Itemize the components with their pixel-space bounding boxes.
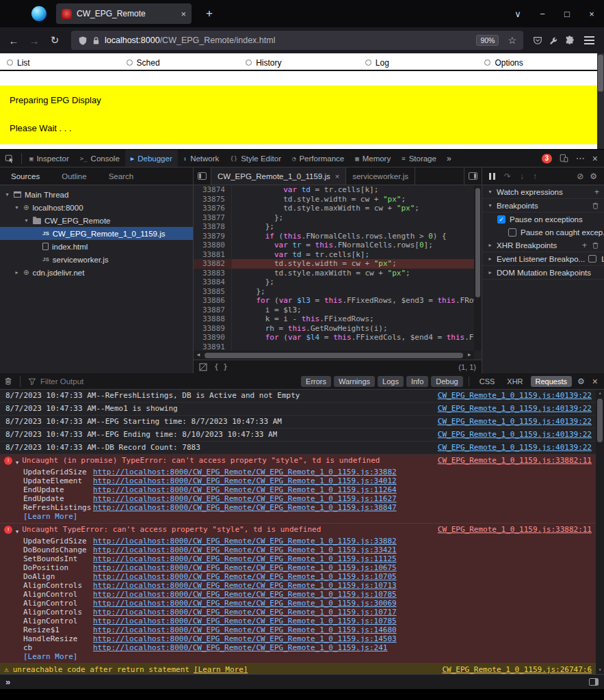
collapse-sources-pane-icon[interactable] (194, 167, 211, 185)
code-line[interactable]: 33882 td.style.width = cw + "px"; (194, 259, 474, 269)
devtools-menu-button[interactable]: ⋯ (576, 153, 585, 163)
scrollbar-thumb[interactable] (598, 55, 603, 92)
line-number[interactable]: 33882 (194, 259, 232, 269)
stack-frame-link[interactable]: http://localhost:8000/CW_EPG_Remote/CW_E… (93, 468, 397, 476)
chevron-right-icon[interactable]: ▸ (14, 269, 20, 275)
forward-button[interactable]: → (27, 35, 41, 46)
stack-frame-link[interactable]: http://localhost:8000/CW_EPG_Remote/CW_E… (93, 554, 397, 563)
window-minimize-button[interactable]: − (530, 9, 555, 19)
tracking-protection-shield-icon[interactable] (78, 36, 88, 46)
pause-on-exceptions-option[interactable]: ✓ Pause on exceptions (482, 213, 604, 226)
tab-search[interactable]: Search (98, 167, 144, 185)
editor-vertical-scrollbar[interactable] (474, 185, 482, 351)
console-filter-logs[interactable]: Logs (378, 376, 404, 387)
line-number[interactable]: 33881 (194, 250, 232, 260)
sidebar-toggle-icon[interactable] (589, 678, 599, 686)
console-filter-requests[interactable]: Requests (531, 376, 572, 387)
console-location-link[interactable]: CW_EPG_Remote_1_0_1159.js:40139:22 (438, 404, 592, 414)
pocket-icon[interactable] (533, 36, 542, 45)
stack-frame-link[interactable]: http://localhost:8000/CW_EPG_Remote/CW_E… (93, 634, 397, 643)
devtools-tab-performance[interactable]: ◔Performance (287, 150, 350, 167)
chevron-down-icon[interactable]: ▾ (4, 191, 10, 198)
step-in-button[interactable]: ↓ (520, 172, 524, 181)
lock-icon[interactable] (92, 36, 100, 45)
stack-frame-link[interactable]: http://localhost:8000/CW_EPG_Remote/CW_E… (93, 563, 397, 572)
log-events-checkbox[interactable] (588, 255, 596, 262)
menu-hamburger-icon[interactable] (584, 36, 594, 44)
devtools-tab-console[interactable]: >_Console (75, 150, 125, 167)
code-line[interactable]: 33884 }; (194, 278, 474, 287)
code-line[interactable]: 33883 td.style.maxWidth = cw + "px"; (194, 269, 474, 278)
tab-outline[interactable]: Outline (51, 167, 97, 185)
event-listener-breakpoints-header[interactable]: ▸ Event Listener Breakpo... Log (482, 252, 604, 266)
stack-frame-link[interactable]: http://localhost:8000/CW_EPG_Remote/CW_E… (93, 537, 397, 546)
source-tree-item-cw-epg-remote[interactable]: ▾CW_EPG_Remote (0, 214, 193, 227)
console-location-link[interactable]: CW_EPG_Remote_1_0_1159.js:40139:22 (438, 391, 592, 401)
window-close-button[interactable]: × (579, 9, 604, 19)
page-scrollbar[interactable] (597, 53, 604, 149)
extensions-puzzle-icon[interactable] (565, 36, 575, 45)
scroll-down-arrow-icon[interactable]: ▾ (599, 667, 601, 674)
scroll-right-arrow-icon[interactable]: ▶ (464, 351, 474, 360)
stack-frame-link[interactable]: http://localhost:8000/CW_EPG_Remote/CW_E… (93, 572, 397, 581)
pause-on-caught-option[interactable]: Pause on caught excep... (482, 226, 604, 239)
checkbox-unchecked-icon[interactable] (508, 228, 516, 237)
console-location-link[interactable]: CW_EPG_Remote_1_0_1159.js:26747:6 (442, 665, 592, 674)
reload-button[interactable]: ↻ (48, 34, 62, 46)
browser-tab[interactable]: CW_EPG_Remote × (56, 3, 192, 24)
scroll-left-arrow-icon[interactable]: ◀ (194, 351, 203, 360)
learn-more-link[interactable]: [Learn More] (194, 665, 248, 674)
source-tree-item-index-html[interactable]: index.html (0, 240, 193, 253)
add-watch-expression-button[interactable]: + (594, 187, 599, 197)
tab-sources[interactable]: Sources (0, 167, 51, 185)
tab-list-chevron-icon[interactable]: ∨ (505, 9, 530, 19)
learn-more-link[interactable]: [Learn More] (0, 652, 592, 662)
add-xhr-breakpoint-button[interactable]: + (582, 241, 587, 250)
stack-frame-link[interactable]: http://localhost:8000/CW_EPG_Remote/CW_E… (93, 617, 397, 625)
deactivate-breakpoints-button[interactable]: ⊘ (577, 172, 583, 181)
checkbox-checked-icon[interactable]: ✓ (497, 215, 505, 224)
scrollbar-thumb[interactable] (597, 399, 603, 442)
code-editor[interactable]: 33874 var td = tr.cells[k];33875 td.styl… (194, 185, 474, 351)
page-menu-item-sched[interactable]: Sched (120, 58, 239, 68)
debugger-settings-gear-icon[interactable]: ⚙ (590, 172, 597, 181)
stack-frame-link[interactable]: http://localhost:8000/CW_EPG_Remote/CW_E… (93, 485, 397, 494)
line-number[interactable]: 33887 (194, 306, 232, 315)
console-filter-input[interactable] (40, 377, 143, 386)
close-tab-icon[interactable]: × (335, 172, 339, 180)
stack-frame-link[interactable]: http://localhost:8000/CW_EPG_Remote/CW_E… (93, 590, 397, 599)
back-button[interactable]: ← (7, 35, 21, 46)
source-tab-cw-epg-remote-1-0-1159-js[interactable]: CW_EPG_Remote_1_0_1159.js× (211, 167, 346, 185)
page-menu-item-history[interactable]: History (239, 58, 358, 68)
code-line[interactable]: 33887 i = $l3; (194, 306, 474, 315)
source-tree-item-main-thread[interactable]: ▾Main Thread (0, 188, 193, 201)
source-tab-serviceworker-js[interactable]: serviceworker.js (346, 167, 415, 185)
remove-xhr-breakpoints-button[interactable] (592, 241, 599, 250)
console-filter-errors[interactable]: Errors (301, 376, 331, 387)
line-number[interactable]: 33879 (194, 232, 232, 241)
console-scrollbar[interactable]: ▴ ▾ (596, 390, 604, 674)
clear-console-button[interactable] (4, 377, 12, 386)
source-tree-item-serviceworker-js[interactable]: JSserviceworker.js (0, 253, 193, 266)
devtools-tab-storage[interactable]: ≡Storage (396, 150, 442, 167)
source-tree-item-cdn-jsdelivr-net[interactable]: ▸⊕cdn.jsdelivr.net (0, 266, 193, 279)
pick-element-button[interactable] (0, 154, 19, 163)
stack-frame-link[interactable]: http://localhost:8000/CW_EPG_Remote/CW_E… (93, 546, 397, 554)
console-location-link[interactable]: CW_EPG_Remote_1_0_1159.js:33882:11 (438, 525, 592, 535)
more-tools-chevron-icon[interactable]: » (442, 154, 456, 163)
line-number[interactable]: 33876 (194, 204, 232, 213)
error-count-badge[interactable]: 3 (542, 154, 552, 163)
line-number[interactable]: 33874 (194, 185, 232, 195)
url-bar[interactable]: localhost:8000/CW_EPG_Remote/index.html … (71, 31, 523, 50)
devtools-tab-network[interactable]: ↕Network (178, 150, 225, 167)
stack-frame-link[interactable]: http://localhost:8000/CW_EPG_Remote/CW_E… (93, 599, 397, 608)
split-console-close-button[interactable]: × (590, 376, 600, 387)
chevron-down-icon[interactable]: ▾ (14, 204, 20, 211)
stack-frame-link[interactable]: http://localhost:8000/CW_EPG_Remote/CW_E… (93, 476, 397, 485)
code-line[interactable]: 33877 }; (194, 213, 474, 223)
devtools-tab-style-editor[interactable]: {}Style Editor (224, 150, 287, 167)
line-number[interactable]: 33891 (194, 342, 232, 351)
scroll-up-arrow-icon[interactable]: ▴ (599, 390, 601, 397)
code-line[interactable]: 33881 var td = tr.cells[k]; (194, 250, 474, 260)
scrollbar-thumb[interactable] (205, 353, 463, 358)
